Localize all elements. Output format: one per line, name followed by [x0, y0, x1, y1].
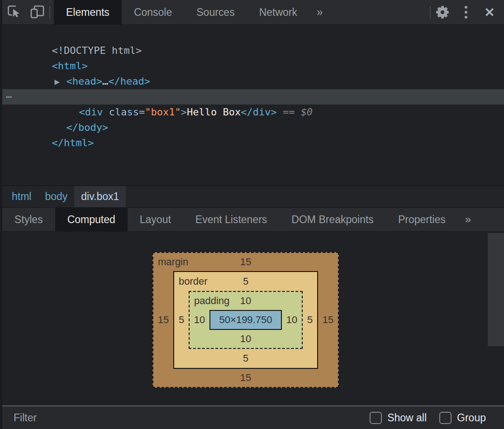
more-tabs-icon[interactable]: »: [309, 0, 330, 24]
border-label: border: [179, 276, 208, 287]
content-size-value: 50×199.750: [219, 314, 272, 326]
padding-right-value: 10: [282, 310, 302, 330]
main-toolbar: Elements Console Sources Network »: [2, 0, 504, 25]
box-model-content[interactable]: 50×199.750: [209, 310, 282, 330]
show-all-option[interactable]: Show all: [370, 412, 427, 424]
device-toolbar-icon: [29, 4, 46, 21]
tab-styles[interactable]: Styles: [2, 208, 55, 231]
border-left-value: 5: [174, 291, 189, 349]
computed-panel: margin 15 15 border 5 5: [2, 232, 504, 405]
devtools-window: Elements Console Sources Network »: [0, 0, 504, 429]
show-all-label: Show all: [387, 412, 427, 424]
kebab-menu-icon: [465, 6, 467, 19]
group-label: Group: [457, 412, 486, 424]
box-model-border[interactable]: border 5 5 padding 10 10: [173, 271, 318, 369]
tree-line-html-open[interactable]: <html>: [2, 43, 504, 58]
tab-event-listeners[interactable]: Event Listeners: [183, 208, 280, 231]
more-tabs-icon[interactable]: »: [458, 208, 478, 231]
padding-bottom-value: 10: [190, 330, 302, 348]
margin-bottom-value: 15: [153, 369, 338, 387]
settings-button[interactable]: [431, 0, 454, 24]
tree-line-div-selected[interactable]: ⋯<div class="box1">Hello Box</div> == $0: [2, 89, 504, 105]
breadcrumb: html body div.box1: [2, 186, 504, 207]
main-tab-strip: Elements Console Sources Network »: [54, 0, 330, 24]
tab-network[interactable]: Network: [247, 0, 309, 24]
filter-input[interactable]: [14, 412, 149, 424]
margin-label: margin: [158, 256, 188, 268]
padding-label: padding: [194, 295, 229, 307]
margin-left-value: 15: [153, 271, 173, 369]
group-checkbox[interactable]: [439, 412, 452, 424]
tree-line-html-close[interactable]: </html>: [2, 120, 504, 135]
device-toolbar-button[interactable]: [26, 0, 49, 24]
tab-computed[interactable]: Computed: [55, 208, 128, 231]
padding-top-value: 10: [240, 295, 251, 307]
margin-top-value: 15: [240, 256, 251, 268]
margin-right-value: 15: [318, 271, 338, 369]
group-option[interactable]: Group: [439, 412, 486, 424]
tree-line-doctype[interactable]: <!DOCTYPE html>: [2, 28, 504, 43]
inspect-cursor-icon: [6, 4, 22, 21]
computed-scrollbar[interactable]: [487, 232, 504, 405]
tree-line-body-close[interactable]: </body>: [2, 105, 504, 120]
close-icon: ✕: [484, 5, 494, 20]
tree-line-head[interactable]: ▶<head>…</head>: [2, 58, 504, 74]
inspect-element-button[interactable]: [2, 0, 26, 24]
tree-line-body-open[interactable]: ▼<body>: [2, 74, 504, 89]
row-overflow-icon[interactable]: ⋯: [6, 89, 13, 105]
show-all-checkbox[interactable]: [370, 412, 382, 424]
gear-icon: [435, 5, 450, 20]
tab-console[interactable]: Console: [122, 0, 184, 24]
breadcrumb-html[interactable]: html: [5, 186, 38, 207]
box-model-margin[interactable]: margin 15 15 border 5 5: [152, 252, 339, 388]
tab-dom-breakpoints[interactable]: DOM Breakpoints: [279, 208, 386, 231]
tab-elements[interactable]: Elements: [54, 0, 122, 24]
elements-tree: <!DOCTYPE html> <html> ▶<head>…</head> ▼…: [2, 25, 504, 186]
tab-sources[interactable]: Sources: [184, 0, 247, 24]
filter-options: Show all Group: [370, 412, 486, 424]
toolbar-separator: [49, 6, 50, 19]
padding-left-value: 10: [190, 310, 209, 330]
border-bottom-value: 5: [174, 349, 317, 368]
box-model-padding[interactable]: padding 10 10 50×199.750 10: [189, 291, 303, 349]
menu-button[interactable]: [454, 0, 478, 24]
breadcrumb-body[interactable]: body: [38, 186, 74, 207]
html-close-token: </html>: [52, 137, 94, 148]
tab-layout[interactable]: Layout: [128, 208, 183, 231]
close-devtools-button[interactable]: ✕: [478, 0, 501, 24]
breadcrumb-div-box1[interactable]: div.box1: [74, 186, 126, 207]
border-right-value: 5: [303, 291, 317, 349]
border-top-value: 5: [243, 276, 248, 287]
scrollbar-thumb[interactable]: [488, 233, 504, 346]
sidebar-tab-strip: Styles Computed Layout Event Listeners D…: [2, 207, 504, 232]
computed-filter-bar: Show all Group: [2, 405, 504, 429]
tab-properties[interactable]: Properties: [386, 208, 458, 231]
box-model-diagram: margin 15 15 border 5 5: [2, 232, 489, 388]
toolbar-right-group: ✕: [430, 0, 504, 24]
